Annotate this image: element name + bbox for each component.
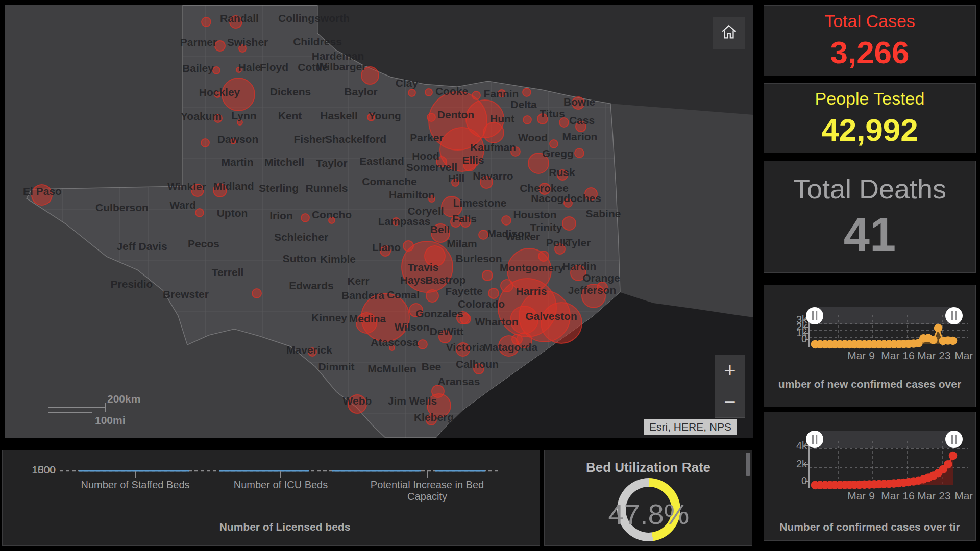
case-bubble[interactable] <box>252 289 261 298</box>
total-cases-title: Total Cases <box>824 11 915 31</box>
case-bubble[interactable] <box>472 91 480 99</box>
case-bubble[interactable] <box>502 216 511 225</box>
case-bubble[interactable] <box>550 140 558 148</box>
panel-scrollbar[interactable] <box>746 453 750 476</box>
people-tested-value: 42,992 <box>821 112 918 148</box>
data-point[interactable] <box>949 337 958 345</box>
bed-capacity-chart-panel[interactable]: 150010005000 Number of Staffed Beds Numb… <box>2 450 540 546</box>
case-bubble[interactable] <box>541 303 582 343</box>
y-axis-label: 0 <box>801 475 807 486</box>
county-label: Parker <box>410 132 443 143</box>
county-label: Travis <box>408 261 439 273</box>
county-label: Hardeman <box>312 50 364 62</box>
data-point[interactable] <box>949 452 958 460</box>
data-point[interactable] <box>929 336 938 344</box>
zoom-in-button[interactable]: + <box>715 355 745 386</box>
county-label: Nacogdoches <box>531 192 601 204</box>
case-bubble[interactable] <box>562 217 576 230</box>
range-slider-handle[interactable] <box>806 307 823 324</box>
county-label: Hamilton <box>389 189 435 201</box>
county-label: Montgomery <box>500 262 564 273</box>
county-label: Ward <box>169 199 196 211</box>
county-label: Rusk <box>549 166 575 178</box>
county-label: Limestone <box>453 197 506 209</box>
map-panel[interactable]: RandallCollingsworthParmerSwisherChildre… <box>5 5 753 438</box>
county-label: Somervell <box>406 161 457 173</box>
county-label: Marion <box>562 131 598 142</box>
county-label: Gregg <box>542 147 574 159</box>
county-label: Comanche <box>362 176 416 187</box>
case-bubble[interactable] <box>483 122 504 143</box>
county-label: Falls <box>452 213 477 224</box>
home-button[interactable] <box>713 17 745 49</box>
case-bubble[interactable] <box>202 17 211 27</box>
range-slider-handle[interactable] <box>945 307 963 324</box>
county-label: Orange <box>582 272 620 284</box>
county-label: Wilson <box>395 321 430 333</box>
county-label: Victoria <box>446 341 485 353</box>
county-label: Hardin <box>562 260 597 272</box>
county-label: Bowie <box>564 96 595 108</box>
county-label: Presidio <box>111 278 153 290</box>
county-label: Kleberg <box>414 411 454 423</box>
county-label: Milam <box>447 238 477 249</box>
range-slider-handle[interactable] <box>945 431 963 448</box>
case-bubble[interactable] <box>538 251 549 261</box>
bed-category-potential: Potential Increase in Bed Capacity <box>363 479 491 503</box>
chart-new-cases-panel[interactable]: 3k2k1k0Mar 9Mar 16Mar 23Mar 3 umber of n… <box>764 285 976 407</box>
case-bubble[interactable] <box>426 290 438 302</box>
case-bubble[interactable] <box>479 230 488 239</box>
county-label: Clay <box>396 77 419 89</box>
case-bubble[interactable] <box>482 270 493 281</box>
case-bubble[interactable] <box>523 88 531 96</box>
case-bubble[interactable] <box>488 288 499 298</box>
bed-utilization-panel[interactable]: Bed Utilization Rate 47.8% <box>544 450 752 546</box>
data-point[interactable] <box>944 460 952 469</box>
people-tested-title: People Tested <box>815 89 925 109</box>
county-label: Cooke <box>435 85 468 97</box>
county-label: Galveston <box>525 310 577 322</box>
county-label: Upton <box>217 207 248 219</box>
case-bubble[interactable] <box>213 67 220 74</box>
county-label: Dickens <box>270 86 311 97</box>
case-bubble[interactable] <box>418 340 427 349</box>
total-deaths-title: Total Deaths <box>793 173 946 205</box>
scale-line-tick <box>105 403 106 412</box>
chart-cumulative-panel[interactable]: 4k2k0Mar 9Mar 16Mar 23Mar 3 Number of co… <box>764 412 976 541</box>
county-label: Lynn <box>231 110 256 121</box>
county-label: Jefferson <box>568 284 617 296</box>
data-point[interactable] <box>934 324 943 333</box>
case-bubble[interactable] <box>301 214 309 222</box>
county-label: Atascosa <box>371 336 419 348</box>
gauge-title: Bed Utilization Rate <box>545 460 752 475</box>
county-label: Bailey <box>182 62 214 74</box>
county-label: Dimmit <box>318 361 354 372</box>
case-bubble[interactable] <box>523 116 531 124</box>
county-label: Sabine <box>586 208 621 219</box>
county-label: Matagorda <box>483 341 538 353</box>
map-attribution: Esri, HERE, NPS <box>644 419 737 435</box>
county-label: Calhoun <box>456 358 499 370</box>
case-bubble[interactable] <box>425 89 432 96</box>
case-bubble[interactable] <box>427 113 435 121</box>
texas-county-map[interactable]: RandallCollingsworthParmerSwisherChildre… <box>5 5 753 438</box>
county-label: Cass <box>569 114 595 126</box>
case-bubble[interactable] <box>408 89 415 96</box>
case-bubble[interactable] <box>201 139 209 147</box>
county-label: Dawson <box>217 133 259 145</box>
county-label: Haskell <box>320 110 358 121</box>
case-bubble[interactable] <box>575 148 584 158</box>
case-bubble[interactable] <box>195 209 204 217</box>
range-slider-handle[interactable] <box>806 431 823 448</box>
total-cases-value: 3,266 <box>830 34 909 70</box>
zoom-out-button[interactable]: − <box>715 386 745 417</box>
county-label: Mitchell <box>264 156 304 168</box>
county-label: Winkler <box>167 181 206 192</box>
county-label: Bandera <box>341 289 384 301</box>
total-deaths-value: 41 <box>844 208 896 261</box>
map-canvas: RandallCollingsworthParmerSwisherChildre… <box>5 5 753 438</box>
zoom-control[interactable]: + − <box>715 355 745 418</box>
county-label: Pecos <box>188 238 219 249</box>
bed-chart-plot <box>3 450 540 481</box>
county-label: Wharton <box>475 316 518 328</box>
